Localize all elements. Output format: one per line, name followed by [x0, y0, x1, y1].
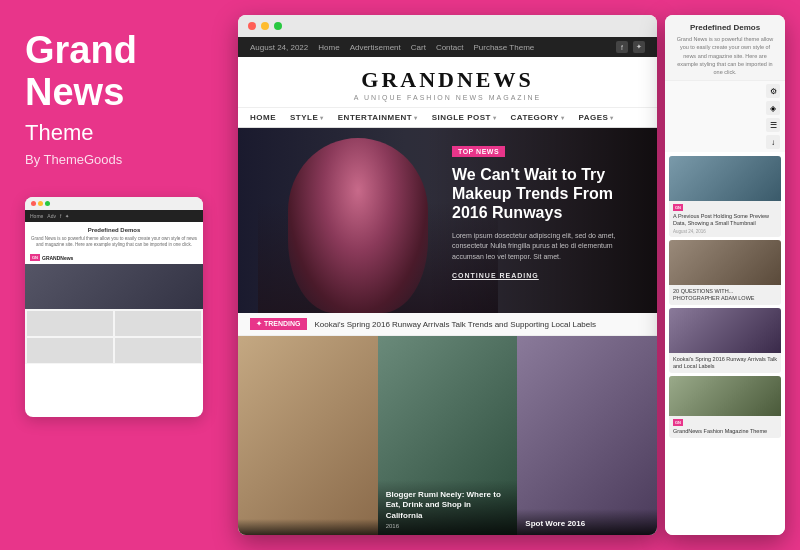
rs-card-img-2 — [669, 240, 781, 285]
sm-grid-item — [27, 311, 113, 336]
nav-pages[interactable]: PAGES ▾ — [578, 113, 613, 122]
rs-theme-icon[interactable]: ◈ — [766, 101, 780, 115]
sm-hero — [25, 264, 203, 309]
brand-by: By ThemeGoods — [25, 152, 205, 167]
site-nav: HOME STYLE ▾ ENTERTAINMENT ▾ SINGLE POST… — [238, 108, 657, 128]
rs-settings-icon[interactable]: ⚙ — [766, 84, 780, 98]
rs-card-4: GN GrandNews Fashion Magazine Theme — [669, 376, 781, 438]
hero-text-area: TOP NEWS We Can't Wait to Try Makeup Tre… — [437, 128, 657, 313]
grid-card-3: Spot Wore 2016 — [517, 336, 657, 535]
rs-desc: Grand News is so powerful theme allow yo… — [673, 35, 777, 76]
left-panel: Grand News Theme By ThemeGoods Home Adv … — [0, 0, 230, 550]
topbar-nav-advert[interactable]: Advertisement — [350, 43, 401, 52]
small-mockup: Home Adv f ✦ Predefined Demos Grand News… — [25, 197, 203, 417]
rs-download-icon[interactable]: ↓ — [766, 135, 780, 149]
rs-card-title-4: GrandNews Fashion Magazine Theme — [673, 428, 777, 435]
rs-card-info-1: GN A Previous Post Holding Some Preview … — [669, 201, 781, 236]
bottom-grid: Blogger Rumi Neely: Where to Eat, Drink … — [238, 336, 657, 535]
sm-grand-logo: GN GRANDNews — [25, 251, 203, 264]
sm-topbar: Home Adv f ✦ — [25, 210, 203, 222]
card-overlay-2: Blogger Rumi Neely: Where to Eat, Drink … — [378, 480, 518, 535]
sm-logo-text: GRANDNews — [42, 255, 73, 261]
browser-chrome — [238, 15, 657, 37]
rs-content: GN A Previous Post Holding Some Preview … — [665, 152, 785, 535]
sm-grid-item — [115, 311, 201, 336]
card-title-2: Blogger Rumi Neely: Where to Eat, Drink … — [386, 490, 510, 521]
right-mockup: August 24, 2022 Home Advertisement Cart … — [230, 0, 800, 550]
hero-read-more[interactable]: CONTINUE READING — [452, 272, 642, 279]
right-sidebar: Predefined Demos Grand News is so powerf… — [665, 15, 785, 535]
rs-card-logo-4: GN — [673, 419, 777, 426]
sm-hero-img — [25, 264, 203, 309]
rs-card-info-2: 20 QUESTIONS WITH... PHOTOGRAPHER ADAM L… — [669, 285, 781, 305]
card-title-3: Spot Wore 2016 — [525, 519, 649, 529]
site-topbar: August 24, 2022 Home Advertisement Cart … — [238, 37, 657, 57]
nav-category[interactable]: CATEGORY ▾ — [510, 113, 564, 122]
rs-card-title-3: Kookai's Spring 2016 Runway Arrivals Tal… — [673, 356, 777, 370]
site-tagline: A UNIQUE FASHION NEWS MAGAZINE — [250, 94, 645, 101]
rs-card-info-4: GN GrandNews Fashion Magazine Theme — [669, 416, 781, 438]
rs-card-title-2: 20 QUESTIONS WITH... PHOTOGRAPHER ADAM L… — [673, 288, 777, 302]
hero-title: We Can't Wait to Try Makeup Trends From … — [452, 165, 642, 223]
nav-home[interactable]: HOME — [250, 113, 276, 122]
topbar-date: August 24, 2022 — [250, 43, 308, 52]
card-date-2: 2016 — [386, 523, 510, 529]
grid-card-2: Blogger Rumi Neely: Where to Eat, Drink … — [378, 336, 518, 535]
rs-logo-box: GN — [673, 204, 683, 211]
hero-section: TOP NEWS We Can't Wait to Try Makeup Tre… — [238, 128, 657, 313]
rs-card-2: 20 QUESTIONS WITH... PHOTOGRAPHER ADAM L… — [669, 240, 781, 305]
nav-single-post[interactable]: SINGLE POST ▾ — [432, 113, 497, 122]
sm-dot-red — [31, 201, 36, 206]
rs-card-3: Kookai's Spring 2016 Runway Arrivals Tal… — [669, 308, 781, 373]
sm-dots — [25, 197, 203, 210]
topbar-nav-home[interactable]: Home — [318, 43, 339, 52]
sm-grid-item — [27, 338, 113, 363]
rs-card-meta-1: August 24, 2016 — [673, 229, 777, 234]
sm-predefined-title: Predefined Demos — [31, 227, 197, 233]
rs-logo-box-4: GN — [673, 419, 683, 426]
browser-maximize-dot — [274, 22, 282, 30]
browser-window: August 24, 2022 Home Advertisement Cart … — [238, 15, 657, 535]
rs-icon-row: ⚙ ◈ ☰ ↓ — [665, 81, 785, 152]
topbar-nav-cart[interactable]: Cart — [411, 43, 426, 52]
sm-predefined-section: Predefined Demos Grand News is so powerf… — [25, 222, 203, 252]
topbar-right: f ✦ — [616, 41, 645, 53]
rs-card-1: GN A Previous Post Holding Some Preview … — [669, 156, 781, 236]
rs-card-title-1: A Previous Post Holding Some Preview Dat… — [673, 213, 777, 227]
sm-grid — [25, 309, 203, 364]
site-header: GRANDNEWS A UNIQUE FASHION NEWS MAGAZINE — [238, 57, 657, 108]
topbar-nav-contact[interactable]: Contact — [436, 43, 464, 52]
topbar-left: August 24, 2022 Home Advertisement Cart … — [250, 43, 534, 52]
rs-card-img-3 — [669, 308, 781, 353]
grid-card-1 — [238, 336, 378, 535]
site-logo: GRANDNEWS — [250, 67, 645, 93]
brand-title: Grand News — [25, 30, 205, 114]
twitter-icon[interactable]: ✦ — [633, 41, 645, 53]
hero-badge: TOP NEWS — [452, 146, 505, 157]
hero-excerpt: Lorem ipsum dosectetur adipiscing elit, … — [452, 231, 642, 263]
sm-dot-green — [45, 201, 50, 206]
rs-menu-icon[interactable]: ☰ — [766, 118, 780, 132]
sm-dot-yellow — [38, 201, 43, 206]
rs-header: Predefined Demos Grand News is so powerf… — [665, 15, 785, 81]
trending-bar: ✦ TRENDING Kookai's Spring 2016 Runway A… — [238, 313, 657, 336]
nav-style[interactable]: STYLE ▾ — [290, 113, 324, 122]
sm-grid-item — [115, 338, 201, 363]
rs-card-img-1 — [669, 156, 781, 201]
brand-subtitle: Theme — [25, 120, 205, 146]
rs-card-img-4 — [669, 376, 781, 416]
sm-logo-box: GN — [30, 254, 40, 261]
rs-title: Predefined Demos — [673, 23, 777, 32]
nav-entertainment[interactable]: ENTERTAINMENT ▾ — [338, 113, 418, 122]
browser-minimize-dot — [261, 22, 269, 30]
sm-content-area — [25, 264, 203, 364]
rs-card-info-3: Kookai's Spring 2016 Runway Arrivals Tal… — [669, 353, 781, 373]
trending-text: Kookai's Spring 2016 Runway Arrivals Tal… — [315, 320, 597, 329]
topbar-nav-purchase[interactable]: Purchase Theme — [473, 43, 534, 52]
sm-predefined-desc: Grand News is so powerful theme allow yo… — [31, 236, 197, 249]
rs-card-logo-1: GN — [673, 204, 777, 211]
browser-close-dot — [248, 22, 256, 30]
facebook-icon[interactable]: f — [616, 41, 628, 53]
card-overlay-3: Spot Wore 2016 — [517, 509, 657, 535]
browser-content: August 24, 2022 Home Advertisement Cart … — [238, 37, 657, 535]
